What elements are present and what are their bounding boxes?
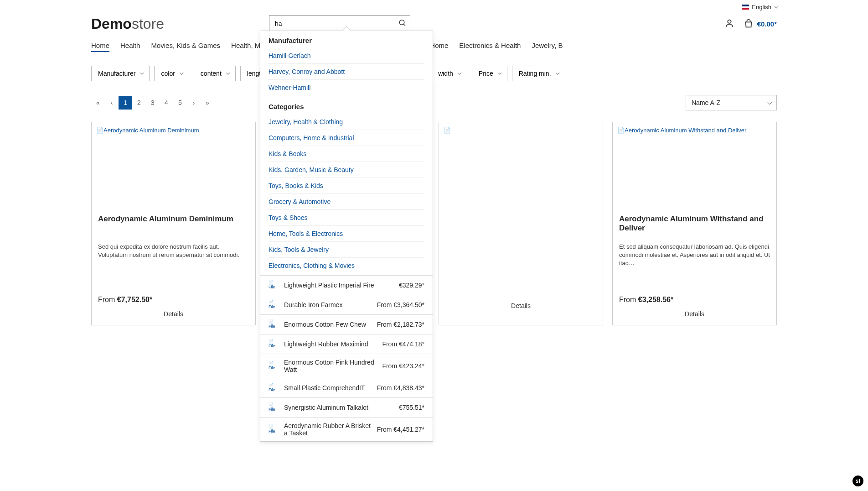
product-image: 📄Aerodynamic Aluminum Withstand and Deli… [613, 122, 776, 209]
nav-item[interactable]: Electronics & Health [459, 42, 521, 52]
flag-icon [742, 5, 749, 10]
product-price: From €7,752.50* [98, 296, 249, 304]
logo[interactable]: Demostore [91, 16, 164, 32]
page-next[interactable]: › [187, 96, 201, 110]
svg-point-0 [399, 20, 404, 25]
account-button[interactable] [724, 18, 734, 30]
filter-width[interactable]: width [431, 66, 467, 81]
product-title: Aerodynamic Aluminum Withstand and Deliv… [619, 214, 770, 235]
suggest-product-name: Lightweight Plastic Imperial Fire [284, 282, 393, 289]
user-icon [724, 18, 734, 28]
suggest-category-link[interactable]: Kids, Garden, Music & Beauty [269, 162, 424, 178]
main-nav: HomeHealthMovies, Kids & GamesHealth, Mu… [0, 37, 868, 61]
suggest-heading-manufacturer: Manufacturer [269, 37, 424, 44]
suggest-category-link[interactable]: Toys, Books & Kids [269, 178, 424, 194]
page-1[interactable]: 1 [119, 96, 132, 110]
details-button[interactable]: Details [98, 310, 249, 318]
filter-content[interactable]: content [194, 66, 236, 81]
suggest-category-link[interactable]: Toys & Shoes [269, 210, 424, 226]
product-card[interactable]: 📄Aerodynamic Aluminum Deminimum Aerodyna… [91, 122, 256, 325]
suggest-category-link[interactable]: Jewelry, Health & Clothing [269, 114, 424, 130]
product-title [445, 214, 596, 235]
svg-line-1 [403, 24, 405, 26]
details-button[interactable]: Details [445, 302, 596, 309]
suggest-manufacturer-link[interactable]: Hamill-Gerlach [269, 48, 424, 64]
suggest-heading-categories: Categories [269, 103, 424, 110]
product-description: Et sed aliquam consequatur laboriosam ad… [619, 243, 770, 268]
suggest-product[interactable]: 📄File Lightweight Plastic Imperial Fire … [260, 275, 433, 295]
product-description [445, 243, 596, 268]
filter-manufacturer[interactable]: Manufacturer [91, 66, 150, 81]
page-prev[interactable]: ‹ [105, 96, 119, 110]
suggest-product[interactable]: 📄File Enormous Cotton Pew Chew From €2,1… [260, 314, 433, 332]
language-label: English [752, 4, 771, 10]
file-icon: 📄File [269, 319, 279, 329]
chevron-down-icon [140, 71, 144, 74]
sort-value: Name A-Z [692, 99, 720, 106]
pagination: «‹12345›» [91, 96, 214, 110]
search-suggestions: Manufacturer Hamill-GerlachHarvey, Conro… [260, 31, 433, 332]
suggest-manufacturer-link[interactable]: Harvey, Conroy and Abbott [269, 64, 424, 80]
suggest-product-price: From €2,182.73* [377, 321, 424, 328]
page-prev[interactable]: « [91, 96, 105, 110]
product-description: Sed qui expedita ex dolore nostrum facil… [98, 243, 249, 268]
search-input[interactable] [269, 15, 410, 32]
search-button[interactable] [398, 19, 407, 29]
chevron-down-icon [767, 99, 772, 104]
search-icon [398, 19, 407, 27]
bag-icon [744, 19, 754, 29]
product-title: Aerodynamic Aluminum Deminimum [98, 214, 249, 235]
chevron-down-icon [774, 5, 778, 8]
product-card[interactable]: 📄 Details [439, 122, 603, 325]
suggest-product[interactable]: 📄File Durable Iron Farmex From €3,364.50… [260, 295, 433, 314]
filter-color[interactable]: color [154, 66, 189, 81]
suggest-manufacturer-link[interactable]: Wehner-Hamill [269, 80, 424, 95]
filters-bar: Manufacturercolorcontentlengthzesizeskin… [0, 61, 868, 90]
chevron-down-icon [180, 71, 183, 74]
language-selector[interactable]: English [742, 4, 777, 10]
product-card[interactable]: 📄Aerodynamic Aluminum Withstand and Deli… [612, 122, 777, 325]
product-price: From €3,258.56* [619, 296, 770, 304]
product-image: 📄 [439, 122, 603, 209]
page-4[interactable]: 4 [160, 96, 173, 110]
file-icon: 📄File [269, 300, 279, 310]
chevron-down-icon [458, 71, 461, 74]
nav-item[interactable]: Movies, Kids & Games [151, 42, 220, 52]
filter-rating-min-[interactable]: Rating min. [512, 66, 565, 81]
suggest-product-price: From €3,364.50* [377, 301, 424, 308]
nav-item[interactable]: Jewelry, B [532, 42, 563, 52]
filter-price[interactable]: Price [472, 66, 507, 81]
chevron-down-icon [498, 71, 501, 74]
svg-point-2 [728, 20, 731, 23]
suggest-category-link[interactable]: Grocery & Automotive [269, 194, 424, 210]
chevron-down-icon [556, 71, 559, 74]
page-5[interactable]: 5 [173, 96, 187, 110]
suggest-category-link[interactable]: Kids, Tools & Jewelry [269, 242, 424, 258]
details-button[interactable]: Details [619, 310, 770, 318]
page-next[interactable]: » [201, 96, 214, 110]
suggest-category-link[interactable]: Electronics, Clothing & Movies [269, 258, 424, 273]
product-image: 📄Aerodynamic Aluminum Deminimum [92, 122, 255, 209]
suggest-category-link[interactable]: Computers, Home & Industrial [269, 130, 424, 146]
product-grid: 📄Aerodynamic Aluminum Deminimum Aerodyna… [0, 115, 868, 332]
sort-select[interactable]: Name A-Z [686, 95, 777, 110]
page-3[interactable]: 3 [146, 96, 160, 110]
suggest-product-price: €329.29* [399, 282, 424, 289]
cart-button[interactable]: €0.00* [744, 19, 777, 29]
page-2[interactable]: 2 [132, 96, 146, 110]
chevron-down-icon [226, 71, 230, 74]
nav-item[interactable]: Health [120, 42, 140, 52]
file-icon: 📄File [269, 280, 279, 290]
suggest-product-name: Durable Iron Farmex [284, 301, 372, 308]
nav-item[interactable]: Home [91, 42, 109, 52]
cart-total: €0.00* [757, 20, 777, 28]
suggest-product-name: Enormous Cotton Pew Chew [284, 321, 372, 328]
suggest-category-link[interactable]: Home, Tools & Electronics [269, 226, 424, 242]
suggest-category-link[interactable]: Kids & Books [269, 146, 424, 162]
